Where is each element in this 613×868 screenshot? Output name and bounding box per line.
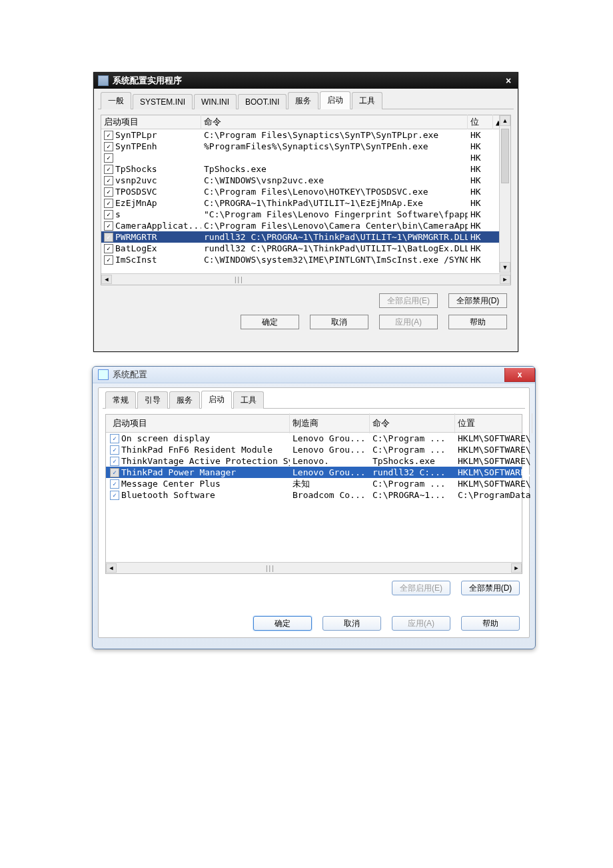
- checkbox[interactable]: ✓: [104, 255, 113, 265]
- tab-startup[interactable]: 启动: [320, 91, 350, 109]
- startup-item-name: On screen display: [121, 433, 210, 443]
- startup-item-command: TpShocks.exe: [201, 164, 468, 174]
- table-row[interactable]: ✓EzEjMnApC:\PROGRA~1\ThinkPad\UTILIT~1\E…: [101, 197, 510, 209]
- tab-services[interactable]: 服务: [288, 92, 318, 109]
- table-row[interactable]: ✓vsnp2uvcC:\WINDOWS\vsnp2uvc.exeHK: [101, 175, 510, 186]
- checkbox[interactable]: [110, 468, 119, 477]
- checkbox[interactable]: ✓: [104, 176, 113, 185]
- startup-item-location: HK: [468, 175, 493, 185]
- close-icon[interactable]: ×: [503, 75, 514, 86]
- table-row[interactable]: ThinkVantage Active Protection SystemLen…: [106, 455, 522, 467]
- app-icon: [98, 75, 109, 86]
- col-loc[interactable]: 位置: [455, 413, 532, 433]
- table-row[interactable]: Bluetooth SoftwareBroadcom Co...C:\PROGR…: [106, 489, 522, 501]
- col-cmd[interactable]: 命令: [370, 413, 455, 433]
- tab-general[interactable]: 一般: [101, 92, 131, 109]
- horizontal-scrollbar[interactable]: ◄ ||| ►: [106, 562, 522, 573]
- checkbox[interactable]: ✓: [104, 244, 113, 253]
- table-row[interactable]: Message Center Plus未知C:\Program ...HKLM\…: [106, 478, 522, 489]
- col-cmd[interactable]: 命令: [201, 115, 468, 129]
- horizontal-scrollbar[interactable]: ◄ ||| ►: [101, 273, 510, 285]
- startup-item-location: HKLM\SOFTWARE\: [455, 433, 532, 443]
- startup-item-manufacturer: Lenovo.: [290, 456, 370, 466]
- table-row[interactable]: ✓BatLogExrundll32 C:\PROGRA~1\ThinkPad\U…: [101, 243, 510, 254]
- apply-button[interactable]: 应用(A): [379, 315, 438, 329]
- startup-item-command: C:\Program ...: [370, 445, 455, 455]
- col-mfr[interactable]: 制造商: [290, 413, 370, 433]
- checkbox[interactable]: [110, 491, 119, 500]
- table-row[interactable]: ✓PWRMGRTRrundll32 C:\PROGRA~1\ThinkPad\U…: [101, 231, 510, 243]
- checkbox[interactable]: [110, 434, 119, 443]
- cancel-button[interactable]: 取消: [310, 315, 368, 329]
- ok-button[interactable]: 确定: [241, 315, 299, 329]
- startup-item-location: HKLM\SOFTWARE\: [455, 445, 532, 455]
- startup-item-command: C:\PROGRA~1\ThinkPad\UTILIT~1\EzEjMnAp.E…: [201, 198, 468, 208]
- checkbox[interactable]: ✓: [104, 131, 113, 140]
- checkbox[interactable]: [110, 457, 119, 466]
- startup-item-location: HK: [468, 243, 493, 253]
- startup-item-manufacturer: Lenovo Grou...: [290, 467, 370, 477]
- startup-item-name: SynTPEnh: [115, 141, 157, 151]
- titlebar[interactable]: 系统配置 x: [93, 367, 535, 383]
- disable-all-button[interactable]: 全部禁用(D): [461, 581, 520, 595]
- startup-item-name: ThinkVantage Active Protection System: [121, 456, 290, 466]
- table-row[interactable]: ✓s"C:\Program Files\Lenovo Fingerprint S…: [101, 209, 510, 220]
- checkbox[interactable]: ✓: [104, 142, 113, 151]
- checkbox[interactable]: ✓: [104, 199, 113, 208]
- table-row[interactable]: ✓CameraApplicat...C:\Program Files\Lenov…: [101, 220, 510, 231]
- checkbox[interactable]: ✓: [104, 153, 113, 163]
- startup-list[interactable]: 启动项目 制造商 命令 位置 On screen displayLenovo G…: [105, 414, 522, 574]
- tab-winini[interactable]: WIN.INI: [194, 94, 237, 109]
- checkbox[interactable]: [110, 479, 119, 489]
- checkbox[interactable]: [110, 445, 119, 455]
- tab-tools[interactable]: 工具: [352, 92, 382, 109]
- col-item[interactable]: 启动项目: [101, 115, 201, 129]
- window-title: 系统配置: [113, 369, 147, 381]
- enable-all-button[interactable]: 全部启用(E): [392, 581, 450, 595]
- startup-item-command: TpShocks.exe: [370, 456, 455, 466]
- startup-item-location: HK: [468, 232, 493, 242]
- titlebar[interactable]: 系统配置实用程序 ×: [94, 73, 518, 89]
- startup-item-name: CameraApplicat...: [115, 221, 201, 231]
- tab-general[interactable]: 常规: [105, 391, 136, 409]
- checkbox[interactable]: ✓: [104, 221, 113, 231]
- checkbox[interactable]: ✓: [104, 187, 113, 197]
- tab-systemini[interactable]: SYSTEM.INI: [133, 94, 193, 109]
- enable-all-button[interactable]: 全部启用(E): [379, 293, 438, 308]
- cancel-button[interactable]: 取消: [322, 616, 381, 631]
- table-row[interactable]: ✓ImScInstC:\WINDOWS\system32\IME\PINTLGN…: [101, 254, 510, 265]
- table-row[interactable]: ✓HK: [101, 152, 510, 163]
- table-row[interactable]: ✓SynTPLprC:\Program Files\Synaptics\SynT…: [101, 129, 510, 141]
- table-row[interactable]: ✓TpShocksTpShocks.exeHK: [101, 163, 510, 175]
- vertical-scrollbar[interactable]: ▲ ▼: [499, 115, 510, 273]
- startup-item-command: C:\Program ...: [370, 479, 455, 489]
- startup-item-command: rundll32 C:\PROGRA~1\ThinkPad\UTILIT~1\B…: [201, 243, 468, 253]
- tab-boot[interactable]: 引导: [137, 391, 168, 409]
- startup-list[interactable]: 启动项目 命令 位 ▲ ✓SynTPLprC:\Program Files\Sy…: [101, 115, 511, 285]
- help-button[interactable]: 帮助: [448, 315, 507, 329]
- table-row[interactable]: ThinkPad Power ManagerLenovo Grou...rund…: [106, 467, 522, 478]
- tab-services[interactable]: 服务: [169, 391, 200, 409]
- close-icon[interactable]: x: [504, 368, 535, 382]
- startup-item-location: HK: [468, 187, 493, 197]
- window-title: 系统配置实用程序: [113, 75, 182, 87]
- apply-button[interactable]: 应用(A): [392, 616, 450, 631]
- help-button[interactable]: 帮助: [461, 616, 520, 631]
- checkbox[interactable]: ✓: [104, 210, 113, 219]
- col-item[interactable]: 启动项目: [106, 413, 290, 433]
- startup-item-name: PWRMGRTR: [115, 232, 157, 242]
- table-row[interactable]: ThinkPad FnF6 Resident ModuleLenovo Grou…: [106, 444, 522, 455]
- checkbox[interactable]: ✓: [104, 233, 113, 242]
- startup-item-name: BatLogEx: [115, 243, 157, 253]
- tab-tools[interactable]: 工具: [233, 391, 264, 409]
- col-loc[interactable]: 位: [468, 115, 493, 129]
- tab-startup[interactable]: 启动: [201, 391, 232, 409]
- disable-all-button[interactable]: 全部禁用(D): [448, 293, 507, 308]
- tab-bootini[interactable]: BOOT.INI: [238, 94, 287, 109]
- checkbox[interactable]: ✓: [104, 165, 113, 174]
- ok-button[interactable]: 确定: [253, 616, 312, 631]
- table-row[interactable]: ✓TPOSDSVCC:\Program Files\Lenovo\HOTKEY\…: [101, 186, 510, 197]
- table-row[interactable]: ✓SynTPEnh%ProgramFiles%\Synaptics\SynTP\…: [101, 141, 510, 152]
- table-row[interactable]: On screen displayLenovo Grou...C:\Progra…: [106, 433, 522, 444]
- startup-item-location: HK: [468, 221, 493, 231]
